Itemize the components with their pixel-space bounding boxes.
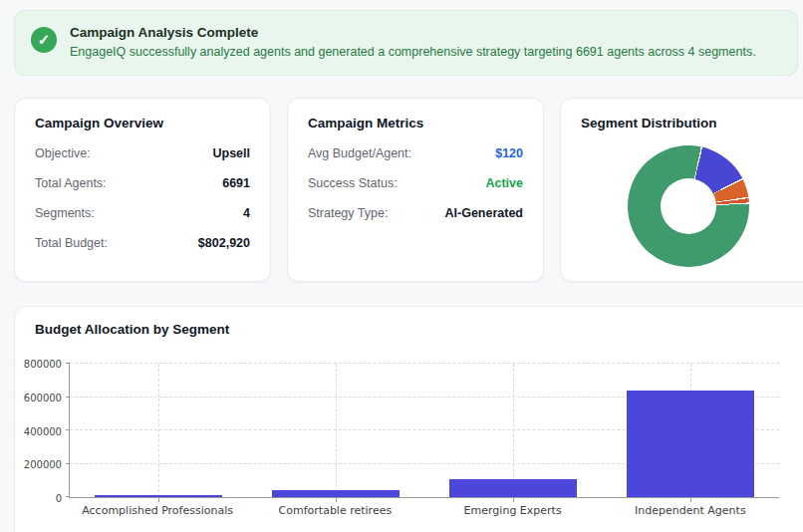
budget-allocation-title: Budget Allocation by Segment <box>35 322 796 337</box>
x-tick-label: Comfortable retirees <box>246 504 423 517</box>
x-tick-label: Emerging Experts <box>424 504 602 517</box>
bar-segment <box>449 479 577 497</box>
row-label: Objective: <box>35 146 91 160</box>
budget-allocation-bar-chart: 0200000400000600000800000 Accomplished P… <box>35 364 796 520</box>
y-tick-mark <box>66 463 70 464</box>
check-circle-icon: ✓ <box>31 27 57 53</box>
v-gridline <box>158 364 159 497</box>
x-tick-label: Accomplished Professionals <box>69 504 246 517</box>
segment-distribution-title: Segment Distribution <box>581 116 796 131</box>
row-value: 4 <box>243 206 250 220</box>
y-tick-label: 800000 <box>24 359 62 370</box>
metrics-row-strategy-type: Strategy Type: AI-Generated <box>308 206 523 220</box>
row-label: Success Status: <box>308 176 398 190</box>
y-tick-label: 200000 <box>24 459 62 470</box>
campaign-metrics-rows: Avg Budget/Agent: $120 Success Status: A… <box>308 146 523 220</box>
overview-row-total-agents: Total Agents: 6691 <box>35 176 250 190</box>
bar-segment <box>95 495 222 497</box>
summary-cards-row: Campaign Overview Objective: Upsell Tota… <box>14 98 803 282</box>
x-tick-mark <box>690 498 691 502</box>
x-axis-labels: Accomplished ProfessionalsComfortable re… <box>69 504 779 520</box>
row-label: Segments: <box>35 206 95 220</box>
y-tick-label: 600000 <box>24 392 62 402</box>
overview-row-objective: Objective: Upsell <box>35 146 250 160</box>
row-value: Upsell <box>212 146 250 160</box>
campaign-overview-card: Campaign Overview Objective: Upsell Tota… <box>14 98 271 282</box>
y-tick-mark <box>66 363 70 364</box>
x-tick-label: Independent Agents <box>602 504 779 517</box>
donut-wrap <box>581 145 796 267</box>
y-tick-mark <box>66 496 70 497</box>
v-gridline <box>336 364 337 497</box>
row-value: 6691 <box>222 176 250 190</box>
banner-text: Campaign Analysis Complete EngageIQ succ… <box>70 25 756 59</box>
y-tick-mark <box>66 397 70 398</box>
x-tick-mark <box>336 498 337 502</box>
dashboard-page: ✓ Campaign Analysis Complete EngageIQ su… <box>0 0 803 532</box>
segment-distribution-card: Segment Distribution <box>560 98 803 282</box>
row-label: Total Agents: <box>35 176 107 190</box>
row-value: $120 <box>495 146 523 160</box>
overview-row-total-budget: Total Budget: $802,920 <box>35 236 250 250</box>
metrics-row-avg-budget: Avg Budget/Agent: $120 <box>308 146 523 160</box>
campaign-overview-title: Campaign Overview <box>35 116 250 131</box>
overview-row-segments: Segments: 4 <box>35 206 250 220</box>
y-axis: 0200000400000600000800000 <box>27 364 65 498</box>
bar-segment <box>627 391 754 497</box>
row-value: AI-Generated <box>445 206 524 220</box>
campaign-overview-rows: Objective: Upsell Total Agents: 6691 Seg… <box>35 146 250 250</box>
segment-distribution-donut-chart <box>628 145 749 267</box>
status-badge: Active <box>485 176 523 190</box>
campaign-metrics-title: Campaign Metrics <box>308 116 523 131</box>
bar-segment <box>272 490 400 497</box>
budget-allocation-card: Budget Allocation by Segment 02000004000… <box>14 306 803 532</box>
y-tick-label: 400000 <box>24 425 62 436</box>
success-banner: ✓ Campaign Analysis Complete EngageIQ su… <box>14 10 798 76</box>
row-label: Strategy Type: <box>308 206 388 220</box>
row-label: Total Budget: <box>35 236 108 250</box>
banner-message: EngageIQ successfully analyzed agents an… <box>70 45 756 59</box>
v-gridline <box>513 364 514 497</box>
x-tick-mark <box>513 498 514 502</box>
banner-title: Campaign Analysis Complete <box>70 25 756 40</box>
y-tick-label: 0 <box>56 493 62 504</box>
campaign-metrics-card: Campaign Metrics Avg Budget/Agent: $120 … <box>287 98 544 282</box>
x-tick-mark <box>158 498 159 502</box>
metrics-row-success-status: Success Status: Active <box>308 176 523 190</box>
plot-area <box>69 364 779 498</box>
h-gridline <box>70 363 779 364</box>
row-value: $802,920 <box>198 236 250 250</box>
y-tick-mark <box>66 429 70 430</box>
row-label: Avg Budget/Agent: <box>308 146 411 160</box>
